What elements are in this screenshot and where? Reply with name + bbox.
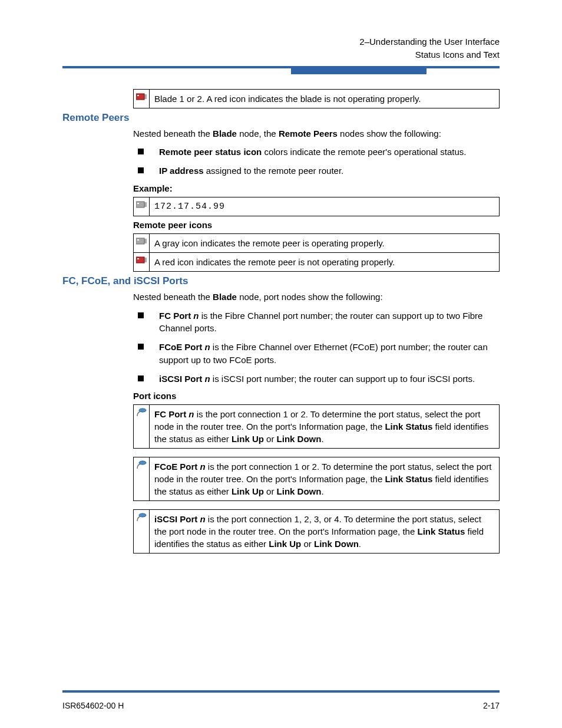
footer-page-num: 2-17 (483, 701, 500, 710)
header-rule (62, 66, 500, 68)
header-line2: Status Icons and Text (62, 48, 500, 61)
list-item: FCoE Port n is the Fibre Channel over Et… (133, 341, 500, 367)
remote-peers-intro: Nested beneath the Blade node, the Remot… (133, 127, 500, 140)
example-label: Example: (133, 183, 500, 193)
list-item: iSCSI Port n is iSCSI port number; the r… (133, 373, 500, 386)
fc-port-text: FC Port n is the port connection 1 or 2.… (150, 405, 499, 448)
header-tab (291, 66, 427, 74)
peer-gray-text: A gray icon indicates the remote peer is… (150, 234, 499, 252)
iscsi-port-icon-box: iSCSI Port n is the port connection 1, 2… (133, 509, 500, 554)
svg-rect-4 (136, 202, 144, 207)
peer-gray-icon (134, 197, 150, 216)
remote-peers-bullets: Remote peer status icon colors indicate … (133, 146, 500, 177)
remote-peers-heading: Remote Peers (62, 112, 500, 124)
list-item: Remote peer status icon colors indicate … (133, 146, 500, 159)
svg-rect-1 (137, 95, 139, 96)
peer-gray-icon (134, 234, 150, 252)
ports-bullets: FC Port n is the Fibre Channel port numb… (133, 309, 500, 386)
footer-doc-id: ISR654602-00 H (62, 701, 124, 710)
remote-peer-icons-label: Remote peer icons (133, 220, 500, 230)
blade-red-icon (134, 90, 150, 108)
svg-rect-8 (136, 238, 144, 244)
page-footer: ISR654602-00 H 2-17 (62, 690, 500, 710)
remote-peer-icons-table: A gray icon indicates the remote peer is… (133, 233, 500, 272)
fcoe-port-icon-box: FCoE Port n is the port connection 1 or … (133, 457, 500, 501)
port-icons-label: Port icons (133, 391, 500, 401)
peer-red-text: A red icon indicates the remote peer is … (150, 253, 499, 271)
list-item: IP address assigned to the remote peer r… (133, 164, 500, 177)
svg-rect-9 (137, 239, 139, 241)
ports-heading: FC, FCoE, and iSCSI Ports (62, 275, 500, 287)
svg-rect-13 (137, 258, 139, 259)
fc-port-icon-box: FC Port n is the port connection 1 or 2.… (133, 404, 500, 449)
header-line1: 2–Understanding the User Interface (62, 35, 500, 48)
svg-rect-12 (136, 257, 144, 263)
port-icon (134, 510, 150, 553)
iscsi-port-text: iSCSI Port n is the port connection 1, 2… (150, 510, 499, 553)
example-ip: 172.17.54.99 (150, 197, 499, 216)
running-header: 2–Understanding the User Interface Statu… (62, 35, 500, 61)
list-item: FC Port n is the Fibre Channel port numb… (133, 309, 500, 335)
blade-red-text: Blade 1 or 2. A red icon indicates the b… (150, 90, 499, 108)
port-icon (134, 457, 150, 500)
ports-intro: Nested beneath the Blade node, port node… (133, 291, 500, 304)
fcoe-port-text: FCoE Port n is the port connection 1 or … (150, 457, 499, 500)
svg-rect-0 (136, 94, 144, 100)
svg-rect-5 (137, 203, 139, 204)
port-icon (134, 405, 150, 448)
peer-red-icon (134, 253, 150, 271)
example-box: 172.17.54.99 (133, 197, 500, 216)
blade-icon-box: Blade 1 or 2. A red icon indicates the b… (133, 89, 500, 108)
